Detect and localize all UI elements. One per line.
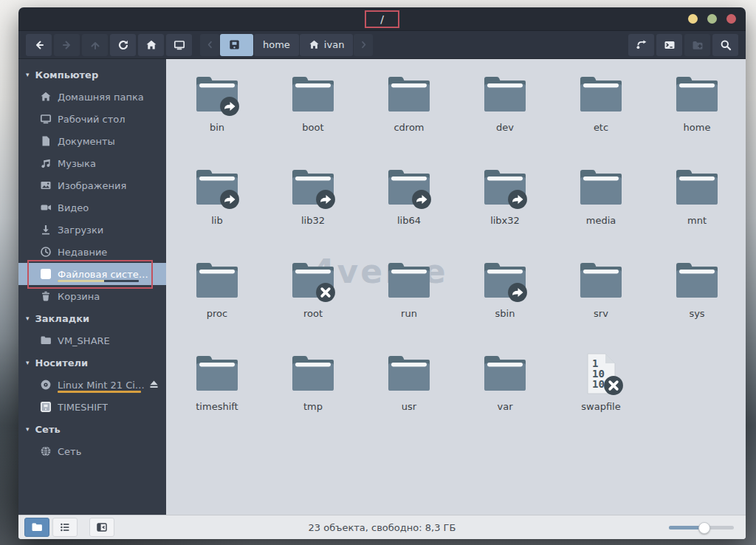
file-item[interactable]: run [361, 257, 457, 350]
sidebar-item-music[interactable]: Музыка [18, 152, 166, 174]
file-item[interactable]: boot [265, 71, 361, 164]
breadcrumb-home[interactable]: home [254, 34, 299, 56]
symlink-emblem-icon [315, 189, 336, 210]
window-title: / [380, 13, 384, 25]
file-item[interactable]: sbin [457, 257, 553, 350]
file-label: boot [302, 122, 323, 133]
sidebar-item-videos[interactable]: Видео [18, 196, 166, 219]
eject-button[interactable] [148, 379, 159, 390]
file-item[interactable]: srv [553, 257, 649, 350]
desktop-icon [40, 113, 52, 125]
file-item[interactable]: sys [649, 257, 745, 350]
forward-button[interactable] [54, 34, 80, 56]
zoom-slider[interactable] [669, 526, 734, 529]
file-item[interactable]: home [649, 71, 745, 164]
file-label: timeshift [196, 401, 238, 412]
file-item[interactable]: lib32 [265, 164, 361, 257]
folder-icon [385, 164, 433, 211]
up-button[interactable] [82, 34, 108, 56]
breadcrumb-ivan[interactable]: ivan [300, 34, 354, 56]
breadcrumb-prev-button[interactable] [200, 34, 219, 56]
sidebar-item-home-folder[interactable]: Домашняя папка [18, 86, 166, 108]
globe-icon [40, 445, 52, 457]
download-icon [40, 224, 52, 236]
zoom-slider-handle[interactable] [698, 522, 710, 534]
sidebar-section-computer[interactable]: ▾Компьютер [18, 64, 166, 86]
file-item[interactable]: proc [169, 257, 265, 350]
file-label: run [401, 308, 417, 319]
file-item[interactable]: lib [169, 164, 265, 257]
toggle-location-entry-button[interactable] [628, 34, 654, 56]
folder-icon [385, 257, 433, 304]
file-item[interactable]: tmp [265, 350, 361, 443]
file-item[interactable]: mnt [649, 164, 745, 257]
sidebar-item-recent[interactable]: Недавние [18, 241, 166, 263]
file-view[interactable]: 4ven e bin boot cdrom dev etc home lib l… [166, 59, 746, 515]
sidebar-item-pictures[interactable]: Изображения [18, 174, 166, 196]
folder-icon [481, 257, 529, 304]
file-item[interactable]: media [553, 164, 649, 257]
file-item[interactable]: libx32 [457, 164, 553, 257]
back-button[interactable] [26, 34, 52, 56]
file-item[interactable]: swapfile [553, 350, 649, 443]
sidebar-item-timeshift[interactable]: TIMESHIFT [18, 396, 166, 418]
file-item[interactable]: etc [553, 71, 649, 164]
sidebar-item-desktop[interactable]: Рабочий стол [18, 108, 166, 130]
file-label: sbin [495, 308, 515, 319]
file-label: mnt [687, 215, 707, 226]
sidebar: ▾Компьютер Домашняя папка Рабочий стол Д… [18, 59, 166, 515]
file-item[interactable]: root [265, 257, 361, 350]
file-item[interactable]: cdrom [361, 71, 457, 164]
file-label: sys [689, 308, 704, 319]
file-item[interactable]: timeshift [169, 350, 265, 443]
computer-button[interactable] [166, 34, 192, 56]
file-item[interactable]: usr [361, 350, 457, 443]
sidebar-item-network[interactable]: Сеть [18, 440, 166, 462]
sidebar-section-devices[interactable]: ▾Носители [18, 352, 166, 374]
file-label: bin [210, 122, 224, 133]
sidebar-item-documents[interactable]: Документы [18, 130, 166, 152]
no-access-emblem-icon [315, 282, 336, 303]
close-button[interactable] [726, 14, 736, 24]
file-item[interactable]: bin [169, 71, 265, 164]
search-button[interactable] [712, 34, 738, 56]
refresh-button[interactable] [110, 34, 136, 56]
file-item[interactable]: var [457, 350, 553, 443]
collapse-arrow-icon: ▾ [26, 359, 30, 366]
annotation-box-title: / [365, 10, 399, 28]
file-item[interactable]: lib64 [361, 164, 457, 257]
sidebar-item-filesystem[interactable]: Файловая систе… [18, 263, 166, 285]
file-label: home [684, 122, 711, 133]
section-label: Закладки [35, 313, 90, 324]
sidebar-section-bookmarks[interactable]: ▾Закладки [18, 307, 166, 329]
sidebar-section-network[interactable]: ▾Сеть [18, 418, 166, 440]
file-label: tmp [303, 401, 323, 412]
file-label: lib64 [397, 215, 421, 226]
file-label: proc [207, 308, 227, 319]
sidebar-item-linux-mint[interactable]: Linux Mint 21 Ci… [18, 374, 166, 396]
minimize-button[interactable] [688, 14, 698, 24]
sidebar-item-downloads[interactable]: Загрузки [18, 219, 166, 241]
breadcrumb-root[interactable] [220, 34, 253, 56]
home-icon [309, 39, 320, 50]
breadcrumb-label: home [263, 39, 290, 50]
sidebar-item-vm-share[interactable]: VM_SHARE [18, 329, 166, 352]
sidebar-item-trash[interactable]: Корзина [18, 285, 166, 307]
maximize-button[interactable] [707, 14, 717, 24]
titlebar[interactable]: / [18, 7, 746, 31]
home-icon [145, 39, 157, 51]
breadcrumb-next-button[interactable] [354, 34, 373, 56]
new-folder-button[interactable] [684, 34, 710, 56]
sidebar-item-label: Недавние [58, 247, 107, 258]
document-icon [40, 135, 52, 147]
folder-icon [193, 164, 241, 211]
open-terminal-button[interactable] [656, 34, 682, 56]
folder-icon [577, 71, 625, 118]
sidebar-item-label: Документы [58, 136, 115, 147]
file-label: srv [594, 308, 608, 319]
file-item[interactable]: dev [457, 71, 553, 164]
home-button[interactable] [138, 34, 164, 56]
toolbar: home ivan [18, 31, 746, 59]
collapse-arrow-icon: ▾ [26, 71, 30, 78]
collapse-arrow-icon: ▾ [26, 315, 30, 322]
